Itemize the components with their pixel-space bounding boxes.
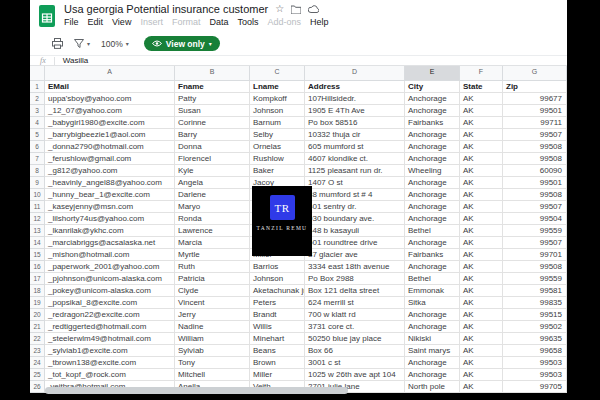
cell[interactable]: Patricia xyxy=(175,273,250,285)
cell[interactable]: Miller xyxy=(250,369,305,381)
row-header[interactable]: 8 xyxy=(30,165,45,177)
cell[interactable]: Barrios xyxy=(250,261,305,273)
cell[interactable]: _g812@yahoo.com xyxy=(45,165,175,177)
cell[interactable]: _redtiggerted@hotmail.com xyxy=(45,321,175,333)
cell[interactable]: 1125 pleasant run dr. xyxy=(305,165,405,177)
cell[interactable]: Mitchell xyxy=(175,369,250,381)
cell[interactable]: _pokey@unicom-alaska.com xyxy=(45,285,175,297)
cell[interactable]: Bethel xyxy=(405,273,460,285)
row-header[interactable]: 2 xyxy=(30,93,45,105)
cell[interactable]: AK xyxy=(460,117,503,129)
cell[interactable]: Barry xyxy=(175,129,250,141)
cell-header-fname[interactable]: Fname xyxy=(175,81,250,93)
cell[interactable]: _popsikal_8@excite.com xyxy=(45,297,175,309)
cell[interactable]: Anchorage xyxy=(405,141,460,153)
cell[interactable]: Beans xyxy=(250,345,305,357)
cell[interactable]: Anchorage xyxy=(405,357,460,369)
row-header[interactable]: 3 xyxy=(30,105,45,117)
cell[interactable]: Clyde xyxy=(175,285,250,297)
row-header[interactable]: 4 xyxy=(30,117,45,129)
cell[interactable]: 99508 xyxy=(503,141,567,153)
cell[interactable]: Corinne xyxy=(175,117,250,129)
row-header[interactable]: 16 xyxy=(30,261,45,273)
cell[interactable]: AK xyxy=(460,357,503,369)
cell[interactable]: 401 sentry dr. xyxy=(305,201,405,213)
cell[interactable]: Kyle xyxy=(175,165,250,177)
cell[interactable]: North pole xyxy=(405,381,460,393)
cell[interactable]: 99559 xyxy=(503,225,567,237)
row-header[interactable]: 15 xyxy=(30,249,45,261)
column-header-c[interactable]: C xyxy=(250,66,305,81)
cell[interactable]: Jerry xyxy=(175,309,250,321)
cell[interactable]: Sylviab xyxy=(175,345,250,357)
cell-header-lname[interactable]: Lname xyxy=(250,81,305,93)
cell[interactable]: 1905 E 4Th Ave xyxy=(305,105,405,117)
cell-header-state[interactable]: State xyxy=(460,81,503,93)
menu-item-tools[interactable]: Tools xyxy=(237,17,258,27)
cell[interactable]: 99508 xyxy=(503,189,567,201)
cell[interactable]: 99507 xyxy=(503,129,567,141)
cell[interactable]: _babygirl1980@excite.com xyxy=(45,117,175,129)
cell[interactable]: Brandt xyxy=(250,309,305,321)
cell[interactable]: Angela xyxy=(175,177,250,189)
cell[interactable]: _tbrown138@excite.com xyxy=(45,357,175,369)
row-header[interactable]: 24 xyxy=(30,357,45,369)
cell[interactable]: _paperwork_2001@yahoo.com xyxy=(45,261,175,273)
row-header[interactable]: 6 xyxy=(30,141,45,153)
cell[interactable]: 99711 xyxy=(503,117,567,129)
cell[interactable]: AK xyxy=(460,381,503,393)
cell[interactable]: Anchorage xyxy=(405,321,460,333)
column-header-b[interactable]: B xyxy=(175,66,250,81)
cell[interactable]: 1025 w 26th ave apt 104 xyxy=(305,369,405,381)
cell[interactable]: _steelerwlm49@hotmail.com xyxy=(45,333,175,345)
cell[interactable]: 99503 xyxy=(503,369,567,381)
cell[interactable]: 38 mumford st # 4 xyxy=(305,189,405,201)
cell[interactable]: 700 w klatt rd xyxy=(305,309,405,321)
cell[interactable]: AK xyxy=(460,141,503,153)
row-header[interactable]: 25 xyxy=(30,369,45,381)
menu-item-data[interactable]: Data xyxy=(209,17,228,27)
cell[interactable]: Peters xyxy=(250,297,305,309)
cell[interactable]: 3334 east 18th avenue xyxy=(305,261,405,273)
row-header[interactable]: 18 xyxy=(30,285,45,297)
cell[interactable]: AK xyxy=(460,249,503,261)
cell[interactable]: AK xyxy=(460,153,503,165)
cell[interactable]: Nikiski xyxy=(405,333,460,345)
cell[interactable]: Po Box 2988 xyxy=(305,273,405,285)
cell[interactable]: _tot_kopf_@rock.com xyxy=(45,369,175,381)
cell[interactable]: Anchorage xyxy=(405,261,460,273)
cell[interactable]: AK xyxy=(460,273,503,285)
filter-icon[interactable]: ▾ xyxy=(74,39,90,48)
cell[interactable]: Darlene xyxy=(175,189,250,201)
cell[interactable]: Anchorage xyxy=(405,201,460,213)
cell[interactable]: AK xyxy=(460,369,503,381)
cell[interactable]: _lkanrilak@ykhc.com xyxy=(45,225,175,237)
cell[interactable]: Tony xyxy=(175,357,250,369)
sheets-logo-icon[interactable] xyxy=(38,5,56,27)
cell[interactable]: Sitka xyxy=(405,297,460,309)
cell[interactable]: 030 boundary ave. xyxy=(305,213,405,225)
cell[interactable]: _donna2790@hotmail.com xyxy=(45,141,175,153)
row-header[interactable]: 1 xyxy=(30,81,45,93)
cell[interactable]: _hunny_bear_1@excite.com xyxy=(45,189,175,201)
row-header[interactable]: 26 xyxy=(30,381,45,393)
cell[interactable]: Anchorage xyxy=(405,213,460,225)
row-header[interactable]: 22 xyxy=(30,333,45,345)
cell[interactable]: 99504 xyxy=(503,213,567,225)
cell[interactable]: Johnson xyxy=(250,105,305,117)
cell[interactable]: Ronda xyxy=(175,213,250,225)
star-icon[interactable]: ☆ xyxy=(275,4,284,14)
cell[interactable]: Box 121 delta street xyxy=(305,285,405,297)
cell[interactable]: Anchorage xyxy=(405,189,460,201)
cell[interactable]: AK xyxy=(460,93,503,105)
cell[interactable]: 10332 thuja cir xyxy=(305,129,405,141)
cell[interactable]: Fairbanks xyxy=(405,117,460,129)
cell[interactable]: AK xyxy=(460,165,503,177)
cell[interactable]: 99515 xyxy=(503,309,567,321)
cell[interactable]: Fairbanks xyxy=(405,249,460,261)
cell[interactable]: _sylviab1@excite.com xyxy=(45,345,175,357)
cell[interactable]: Baker xyxy=(250,165,305,177)
cell[interactable]: 1407 O st xyxy=(305,177,405,189)
cell[interactable]: Saint marys xyxy=(405,345,460,357)
cell[interactable]: Anchorage xyxy=(405,309,460,321)
